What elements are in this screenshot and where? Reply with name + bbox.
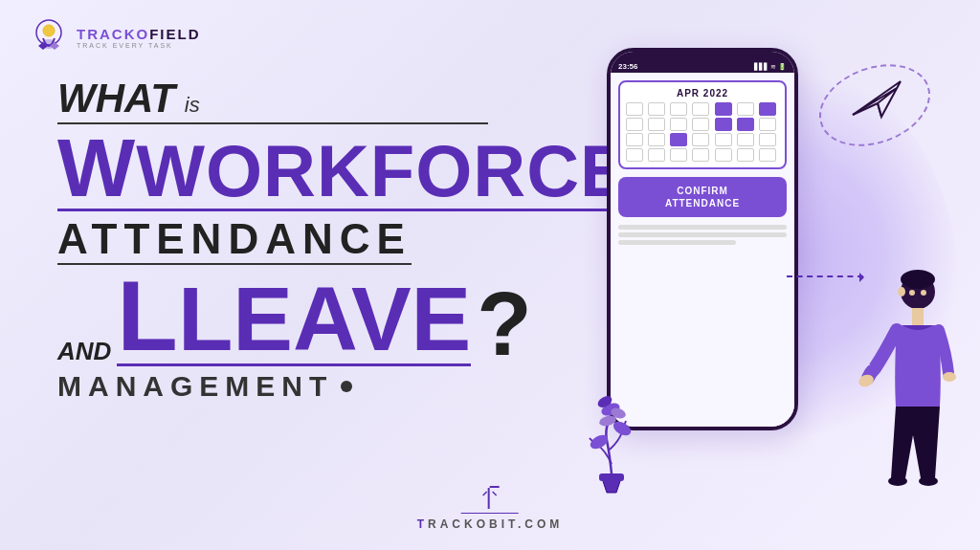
person-figure: [841, 258, 956, 507]
calendar-month: APR 2022: [626, 88, 779, 99]
cal-cell: [715, 148, 732, 162]
phone-line: [618, 240, 736, 245]
phone-time: 23:56: [618, 62, 637, 71]
trackofield-logo-icon: [29, 17, 69, 57]
headline-attendance: ATTENDANCE: [57, 215, 412, 265]
cal-cell-filled: [759, 102, 776, 116]
footer-domain: TRACKOBIT.COM: [417, 517, 564, 531]
svg-rect-15: [912, 308, 924, 325]
cal-cell: [648, 102, 665, 116]
headline-leave: LLEAVE: [117, 269, 471, 366]
cal-cell-filled: [670, 133, 687, 146]
svg-point-22: [898, 287, 905, 297]
bullet-dot: [341, 381, 352, 392]
cal-cell: [626, 148, 643, 162]
headline-what: WHAT: [57, 77, 175, 121]
question-mark: ?: [477, 281, 531, 366]
header: TRACKOFIELD TRACK EVERY TASK: [29, 17, 201, 57]
cal-cell: [737, 102, 754, 116]
cal-cell-filled: [737, 118, 754, 131]
svg-point-1: [43, 25, 55, 36]
right-section: 23:56 ▋▋▋ ≋ 🔋 APR 2022: [549, 29, 961, 526]
cal-cell: [626, 102, 643, 116]
cal-cell: [670, 148, 687, 162]
headline-and: AND: [57, 337, 111, 366]
footer: TRACKOBIT.COM: [417, 484, 564, 531]
cal-cell: [692, 133, 709, 146]
svg-point-20: [909, 290, 915, 296]
plant-decoration: [578, 373, 645, 497]
svg-point-21: [921, 290, 926, 296]
logo-text: TRACKOFIELD TRACK EVERY TASK: [77, 26, 201, 49]
logo-name: TRACKOFIELD: [77, 26, 201, 42]
logo-tagline: TRACK EVERY TASK: [77, 42, 201, 49]
headline-management: MANAGEMENT: [57, 370, 333, 403]
calendar-widget: APR 2022: [618, 80, 787, 169]
svg-point-14: [901, 270, 935, 289]
phone-line: [618, 232, 787, 237]
main-headline: WHAT is WWORKFORCE ATTENDANCE AND LLEAVE…: [57, 77, 488, 403]
svg-rect-6: [599, 473, 624, 481]
cal-cell: [648, 148, 665, 162]
paper-plane-icon: [851, 77, 903, 120]
cal-cell: [692, 118, 709, 131]
cal-cell: [737, 133, 754, 146]
headline-workforce: WWORKFORCE: [57, 126, 630, 211]
phone-status-icons: ▋▋▋ ≋ 🔋: [754, 63, 787, 71]
cal-cell: [759, 148, 776, 162]
trackobit-logo-symbol: [476, 484, 504, 511]
footer-divider: [461, 513, 519, 514]
phone-content-lines: [618, 225, 787, 245]
cal-cell: [648, 133, 665, 146]
cal-cell: [648, 118, 665, 131]
cal-cell: [692, 148, 709, 162]
svg-point-18: [888, 476, 907, 486]
cal-cell-filled: [715, 118, 732, 131]
cal-cell: [670, 102, 687, 116]
phone-line: [618, 225, 787, 230]
cal-cell: [759, 133, 776, 146]
cal-cell: [737, 148, 754, 162]
cal-cell: [626, 133, 643, 146]
svg-point-19: [919, 476, 938, 486]
cal-cell: [692, 102, 709, 116]
cal-cell: [670, 118, 687, 131]
calendar-grid: [626, 102, 779, 162]
confirm-attendance-button[interactable]: CONFIRM ATTENDANCE: [618, 177, 787, 217]
cal-cell: [626, 118, 643, 131]
cal-cell-filled: [715, 102, 732, 116]
cal-cell: [759, 118, 776, 131]
cal-cell: [715, 133, 732, 146]
phone-notch: 23:56 ▋▋▋ ≋ 🔋: [611, 52, 794, 73]
headline-is: is: [185, 93, 200, 118]
svg-point-17: [943, 372, 956, 382]
svg-line-4: [878, 103, 881, 117]
